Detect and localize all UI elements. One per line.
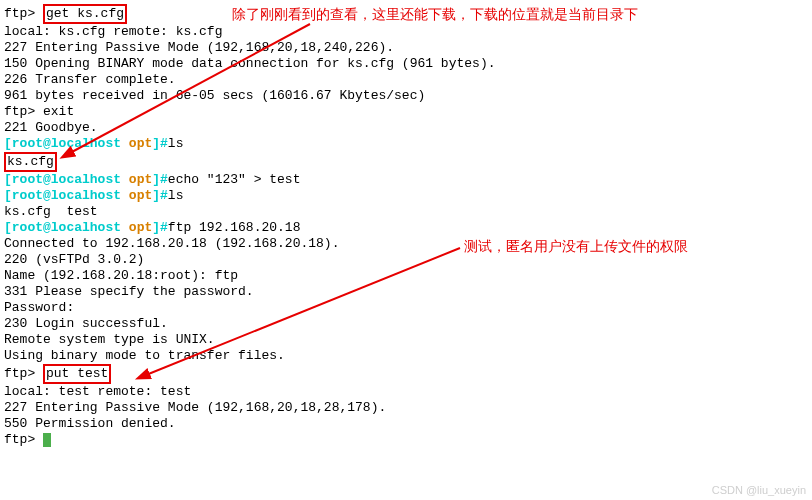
terminal-line: 961 bytes received in 6e-05 secs (16016.… xyxy=(4,88,812,104)
cmd-echo: echo "123" > test xyxy=(168,172,301,187)
terminal-line: Using binary mode to transfer files. xyxy=(4,348,812,364)
terminal-line: 227 Entering Passive Mode (192,168,20,18… xyxy=(4,40,812,56)
terminal-line: Name (192.168.20.18:root): ftp xyxy=(4,268,812,284)
terminal-line: 230 Login successful. xyxy=(4,316,812,332)
terminal-line: 331 Please specify the password. xyxy=(4,284,812,300)
terminal-line: local: test remote: test xyxy=(4,384,812,400)
shell-prompt-end: ]# xyxy=(152,172,168,187)
terminal-line: [root@localhost opt]#ftp 192.168.20.18 xyxy=(4,220,812,236)
cursor-block-icon xyxy=(43,433,51,447)
shell-prompt-dir: opt xyxy=(129,220,152,235)
terminal-line: Connected to 192.168.20.18 (192.168.20.1… xyxy=(4,236,812,252)
cmd-ftp: ftp 192.168.20.18 xyxy=(168,220,301,235)
shell-prompt-end: ]# xyxy=(152,220,168,235)
shell-prompt-dir: opt xyxy=(129,188,152,203)
shell-prompt-user: [root@localhost xyxy=(4,188,129,203)
shell-prompt-end: ]# xyxy=(152,188,168,203)
terminal-line: [root@localhost opt]#ls xyxy=(4,136,812,152)
output-kscfg: ks.cfg xyxy=(4,152,57,172)
watermark: CSDN @liu_xueyin xyxy=(712,482,806,498)
shell-prompt-user: [root@localhost xyxy=(4,172,129,187)
shell-prompt-dir: opt xyxy=(129,172,152,187)
cmd-get-kscfg: get ks.cfg xyxy=(43,4,127,24)
terminal-line: ftp> xyxy=(4,432,812,448)
terminal-line: 226 Transfer complete. xyxy=(4,72,812,88)
terminal-line: Remote system type is UNIX. xyxy=(4,332,812,348)
terminal-line: 220 (vsFTPd 3.0.2) xyxy=(4,252,812,268)
terminal-line: 221 Goodbye. xyxy=(4,120,812,136)
shell-prompt-end: ]# xyxy=(152,136,168,151)
shell-prompt-user: [root@localhost xyxy=(4,220,129,235)
terminal-line: ftp> exit xyxy=(4,104,812,120)
terminal-line: [root@localhost opt]#ls xyxy=(4,188,812,204)
annotation-upload-denied: 测试，匿名用户没有上传文件的权限 xyxy=(464,238,688,254)
ftp-prompt: ftp> xyxy=(4,6,43,21)
terminal-line: local: ks.cfg remote: ks.cfg xyxy=(4,24,812,40)
cmd-ls: ls xyxy=(168,136,184,151)
terminal-line: ftp> put test xyxy=(4,364,812,384)
shell-prompt-user: [root@localhost xyxy=(4,136,129,151)
terminal-line: 150 Opening BINARY mode data connection … xyxy=(4,56,812,72)
cmd-ls: ls xyxy=(168,188,184,203)
terminal-line: 227 Entering Passive Mode (192,168,20,18… xyxy=(4,400,812,416)
ftp-prompt: ftp> xyxy=(4,366,43,381)
terminal-line: 550 Permission denied. xyxy=(4,416,812,432)
shell-prompt-dir: opt xyxy=(129,136,152,151)
cmd-put-test: put test xyxy=(43,364,111,384)
terminal-line: ks.cfg test xyxy=(4,204,812,220)
terminal-line: [root@localhost opt]#echo "123" > test xyxy=(4,172,812,188)
terminal-line: ks.cfg xyxy=(4,152,812,172)
ftp-prompt: ftp> xyxy=(4,432,43,447)
annotation-download: 除了刚刚看到的查看，这里还能下载，下载的位置就是当前目录下 xyxy=(232,6,638,22)
terminal-line: Password: xyxy=(4,300,812,316)
